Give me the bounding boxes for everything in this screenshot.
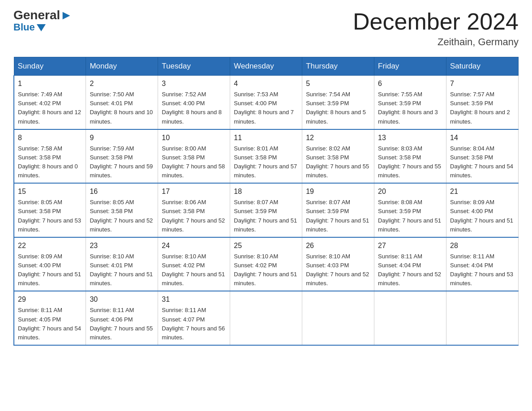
calendar-cell: 11Sunrise: 8:01 AMSunset: 3:58 PMDayligh… [230, 129, 302, 184]
day-info: Sunrise: 8:08 AMSunset: 3:59 PMDaylight:… [378, 199, 441, 232]
calendar-cell [302, 291, 374, 345]
calendar-cell: 20Sunrise: 8:08 AMSunset: 3:59 PMDayligh… [374, 183, 446, 237]
calendar-table: Sunday Monday Tuesday Wednesday Thursday… [13, 57, 519, 346]
calendar-cell: 4Sunrise: 7:53 AMSunset: 4:00 PMDaylight… [230, 76, 302, 129]
day-info: Sunrise: 8:10 AMSunset: 4:01 PMDaylight:… [90, 253, 153, 287]
day-info: Sunrise: 7:50 AMSunset: 4:01 PMDaylight:… [90, 91, 153, 124]
day-number: 24 [162, 240, 226, 251]
day-number: 14 [450, 133, 515, 143]
calendar-week-2: 8Sunrise: 7:58 AMSunset: 3:58 PMDaylight… [14, 129, 519, 184]
day-number: 12 [306, 133, 370, 143]
calendar-cell: 1Sunrise: 7:49 AMSunset: 4:02 PMDaylight… [14, 76, 86, 129]
day-info: Sunrise: 7:49 AMSunset: 4:02 PMDaylight:… [18, 91, 81, 124]
calendar-cell: 26Sunrise: 8:10 AMSunset: 4:03 PMDayligh… [302, 237, 374, 291]
calendar-cell [446, 291, 519, 345]
day-info: Sunrise: 8:10 AMSunset: 4:02 PMDaylight:… [234, 253, 297, 287]
day-info: Sunrise: 8:03 AMSunset: 3:58 PMDaylight:… [378, 145, 441, 179]
calendar-cell: 31Sunrise: 8:11 AMSunset: 4:07 PMDayligh… [158, 291, 230, 345]
calendar-cell: 3Sunrise: 7:52 AMSunset: 4:00 PMDaylight… [158, 76, 230, 129]
calendar-cell: 15Sunrise: 8:05 AMSunset: 3:58 PMDayligh… [14, 183, 86, 237]
logo: General► Blue [13, 9, 73, 33]
col-wednesday: Wednesday [230, 57, 302, 76]
col-sunday: Sunday [14, 57, 86, 76]
day-number: 1 [18, 78, 82, 89]
day-number: 4 [234, 78, 298, 89]
day-number: 9 [90, 133, 154, 143]
calendar-cell [374, 291, 446, 345]
calendar-week-5: 29Sunrise: 8:11 AMSunset: 4:05 PMDayligh… [14, 291, 519, 345]
day-info: Sunrise: 8:00 AMSunset: 3:58 PMDaylight:… [162, 145, 225, 179]
day-info: Sunrise: 8:05 AMSunset: 3:58 PMDaylight:… [90, 199, 153, 232]
calendar-week-1: 1Sunrise: 7:49 AMSunset: 4:02 PMDaylight… [14, 76, 519, 129]
calendar-cell: 8Sunrise: 7:58 AMSunset: 3:58 PMDaylight… [14, 129, 86, 184]
day-number: 22 [18, 240, 82, 251]
day-info: Sunrise: 8:10 AMSunset: 4:03 PMDaylight:… [306, 253, 369, 287]
calendar-cell: 19Sunrise: 8:07 AMSunset: 3:59 PMDayligh… [302, 183, 374, 237]
day-number: 23 [90, 240, 154, 251]
day-number: 26 [306, 240, 370, 251]
day-number: 31 [162, 294, 226, 305]
calendar-week-4: 22Sunrise: 8:09 AMSunset: 4:00 PMDayligh… [14, 237, 519, 291]
day-number: 20 [378, 186, 442, 197]
col-tuesday: Tuesday [158, 57, 230, 76]
calendar-cell: 2Sunrise: 7:50 AMSunset: 4:01 PMDaylight… [86, 76, 158, 129]
day-number: 6 [378, 78, 442, 89]
col-thursday: Thursday [302, 57, 374, 76]
day-info: Sunrise: 8:11 AMSunset: 4:04 PMDaylight:… [378, 253, 441, 287]
day-number: 3 [162, 78, 226, 89]
col-friday: Friday [374, 57, 446, 76]
day-number: 15 [18, 186, 82, 197]
calendar-cell: 30Sunrise: 8:11 AMSunset: 4:06 PMDayligh… [86, 291, 158, 345]
day-info: Sunrise: 8:09 AMSunset: 4:00 PMDaylight:… [450, 199, 513, 232]
day-number: 16 [90, 186, 154, 197]
title-area: December 2024 Zeithain, Germany [353, 9, 519, 48]
calendar-cell: 22Sunrise: 8:09 AMSunset: 4:00 PMDayligh… [14, 237, 86, 291]
calendar-cell: 28Sunrise: 8:11 AMSunset: 4:04 PMDayligh… [446, 237, 519, 291]
day-number: 10 [162, 133, 226, 143]
day-info: Sunrise: 8:04 AMSunset: 3:58 PMDaylight:… [450, 145, 513, 179]
day-number: 27 [378, 240, 442, 251]
month-title: December 2024 [353, 9, 519, 34]
day-number: 18 [234, 186, 298, 197]
day-number: 17 [162, 186, 226, 197]
calendar-week-3: 15Sunrise: 8:05 AMSunset: 3:58 PMDayligh… [14, 183, 519, 237]
calendar-cell: 18Sunrise: 8:07 AMSunset: 3:59 PMDayligh… [230, 183, 302, 237]
day-number: 21 [450, 186, 515, 197]
page-header: General► Blue December 2024 Zeithain, Ge… [13, 9, 519, 48]
day-number: 28 [450, 240, 515, 251]
calendar-cell: 23Sunrise: 8:10 AMSunset: 4:01 PMDayligh… [86, 237, 158, 291]
day-number: 19 [306, 186, 370, 197]
col-saturday: Saturday [446, 57, 519, 76]
calendar-cell: 14Sunrise: 8:04 AMSunset: 3:58 PMDayligh… [446, 129, 519, 184]
day-info: Sunrise: 7:53 AMSunset: 4:00 PMDaylight:… [234, 91, 294, 124]
day-info: Sunrise: 8:11 AMSunset: 4:05 PMDaylight:… [18, 307, 81, 340]
logo-blue-text: Blue [13, 21, 46, 33]
day-number: 7 [450, 78, 515, 89]
calendar-cell: 27Sunrise: 8:11 AMSunset: 4:04 PMDayligh… [374, 237, 446, 291]
day-info: Sunrise: 7:59 AMSunset: 3:58 PMDaylight:… [90, 145, 153, 179]
day-info: Sunrise: 7:55 AMSunset: 3:59 PMDaylight:… [378, 91, 438, 124]
day-info: Sunrise: 7:58 AMSunset: 3:58 PMDaylight:… [18, 145, 78, 179]
day-info: Sunrise: 8:11 AMSunset: 4:04 PMDaylight:… [450, 253, 513, 287]
calendar-cell: 5Sunrise: 7:54 AMSunset: 3:59 PMDaylight… [302, 76, 374, 129]
day-info: Sunrise: 8:09 AMSunset: 4:00 PMDaylight:… [18, 253, 81, 287]
day-info: Sunrise: 7:57 AMSunset: 3:59 PMDaylight:… [450, 91, 510, 124]
calendar-cell: 12Sunrise: 8:02 AMSunset: 3:58 PMDayligh… [302, 129, 374, 184]
day-number: 30 [90, 294, 154, 305]
calendar-cell: 25Sunrise: 8:10 AMSunset: 4:02 PMDayligh… [230, 237, 302, 291]
calendar-cell: 24Sunrise: 8:10 AMSunset: 4:02 PMDayligh… [158, 237, 230, 291]
calendar-cell: 13Sunrise: 8:03 AMSunset: 3:58 PMDayligh… [374, 129, 446, 184]
day-number: 11 [234, 133, 298, 143]
day-info: Sunrise: 8:05 AMSunset: 3:58 PMDaylight:… [18, 199, 81, 232]
calendar-cell: 9Sunrise: 7:59 AMSunset: 3:58 PMDaylight… [86, 129, 158, 184]
day-info: Sunrise: 8:06 AMSunset: 3:58 PMDaylight:… [162, 199, 225, 232]
location-subtitle: Zeithain, Germany [353, 36, 519, 48]
day-number: 8 [18, 133, 82, 143]
day-number: 5 [306, 78, 370, 89]
calendar-header: Sunday Monday Tuesday Wednesday Thursday… [14, 57, 519, 76]
calendar-cell: 29Sunrise: 8:11 AMSunset: 4:05 PMDayligh… [14, 291, 86, 345]
calendar-cell: 10Sunrise: 8:00 AMSunset: 3:58 PMDayligh… [158, 129, 230, 184]
col-monday: Monday [86, 57, 158, 76]
day-number: 2 [90, 78, 154, 89]
day-info: Sunrise: 8:02 AMSunset: 3:58 PMDaylight:… [306, 145, 369, 179]
